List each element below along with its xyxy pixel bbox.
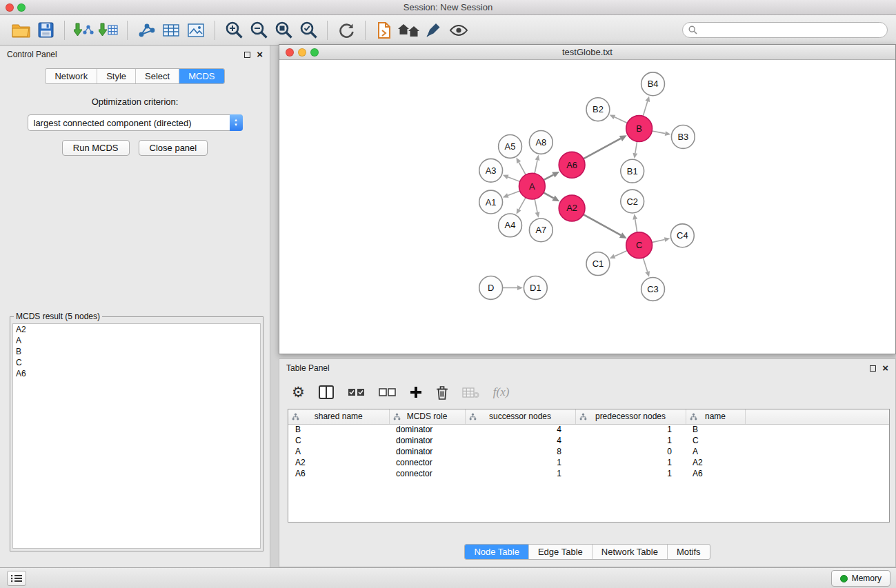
minimize-window-icon[interactable] <box>298 48 306 57</box>
list-item[interactable]: A2 <box>13 324 260 335</box>
tab-motifs[interactable]: Motifs <box>668 545 710 559</box>
select-all-button[interactable] <box>348 388 365 397</box>
column-header[interactable]: name <box>686 409 745 424</box>
graph-edge[interactable] <box>516 158 526 175</box>
graph-edge[interactable] <box>503 285 523 290</box>
graph-edge[interactable] <box>643 258 650 277</box>
graph-node-mcds[interactable]: C <box>626 232 653 258</box>
table-cell[interactable]: 4 <box>465 435 575 446</box>
list-item[interactable]: A <box>13 335 260 346</box>
graph-node[interactable]: B2 <box>586 98 610 121</box>
graph-node[interactable]: B1 <box>621 159 644 183</box>
memory-button[interactable]: Memory <box>831 570 890 587</box>
graph-node-mcds[interactable]: A2 <box>559 195 585 221</box>
graph-edge[interactable] <box>643 96 650 116</box>
graph-edge[interactable] <box>535 199 539 218</box>
table-cell[interactable]: 0 <box>575 446 686 457</box>
graph-node[interactable]: D <box>479 276 503 300</box>
table-cell[interactable]: 1 <box>575 435 686 446</box>
tab-mcds[interactable]: MCDS <box>179 69 223 83</box>
show-details-button[interactable] <box>446 18 471 43</box>
open-document-button[interactable] <box>372 18 397 43</box>
table-cell[interactable]: B <box>686 424 745 435</box>
graph-node[interactable]: A1 <box>479 190 503 214</box>
close-panel-icon[interactable]: × <box>257 50 263 59</box>
table-cell[interactable]: connector <box>389 457 465 468</box>
table-cell[interactable]: 1 <box>575 424 686 435</box>
table-cell[interactable]: B <box>288 424 389 435</box>
graph-edge[interactable] <box>503 191 520 198</box>
zoom-window-icon[interactable] <box>310 48 319 57</box>
float-panel-icon[interactable] <box>244 52 250 58</box>
save-session-button[interactable] <box>33 18 58 43</box>
new-table-button[interactable] <box>159 18 183 43</box>
graph-edge[interactable] <box>633 214 637 232</box>
list-item[interactable]: B <box>13 346 260 357</box>
zoom-selected-button[interactable] <box>296 18 321 43</box>
table-cell[interactable]: C <box>288 435 389 446</box>
close-window-icon[interactable] <box>286 48 294 57</box>
graph-edge[interactable] <box>610 114 628 123</box>
list-item[interactable]: C <box>13 357 260 368</box>
graph-node[interactable]: B3 <box>671 125 695 149</box>
refresh-button[interactable] <box>334 18 359 43</box>
graph-node[interactable]: B4 <box>641 72 665 96</box>
graph-node[interactable]: A4 <box>499 214 522 237</box>
table-row[interactable]: A6connector11A6 <box>288 468 889 479</box>
tab-network-table[interactable]: Network Table <box>593 545 668 559</box>
new-network-button[interactable] <box>134 18 159 43</box>
table-cell[interactable]: A <box>686 446 745 457</box>
graph-node[interactable]: A8 <box>529 131 552 154</box>
table-row[interactable]: Bdominator41B <box>288 424 889 435</box>
column-header[interactable]: predecessor nodes <box>575 409 686 424</box>
search-input[interactable] <box>701 26 882 35</box>
combo-stepper-icon[interactable] <box>230 114 243 131</box>
graph-edge[interactable] <box>517 198 526 214</box>
table-cell[interactable]: 4 <box>465 424 575 435</box>
zoom-window-icon[interactable] <box>17 3 26 12</box>
graph-node-mcds[interactable]: B <box>626 116 653 142</box>
float-panel-icon[interactable] <box>870 365 876 372</box>
graph-edge[interactable] <box>544 172 559 180</box>
function-builder-button[interactable]: f(x) <box>493 385 510 399</box>
table-cell[interactable]: dominator <box>389 424 465 435</box>
network-graph[interactable]: B4B2BB3A5A8A6B1A3AA1C2A2A4A7C4CC1C3DD1 <box>279 61 895 354</box>
graph-node[interactable]: C1 <box>586 252 610 276</box>
table-cell[interactable]: 1 <box>465 468 575 479</box>
apply-style-button[interactable] <box>421 18 446 43</box>
table-cell[interactable]: A6 <box>686 468 745 479</box>
zoom-out-button[interactable] <box>246 18 271 43</box>
network-window-titlebar[interactable]: testGlobe.txt <box>279 45 895 60</box>
deselect-all-button[interactable] <box>379 388 396 397</box>
import-network-button[interactable] <box>71 18 96 43</box>
tab-node-table[interactable]: Node Table <box>465 545 529 559</box>
column-header[interactable]: MCDS role <box>389 409 465 424</box>
column-visibility-button[interactable] <box>319 385 334 399</box>
zoom-in-button[interactable] <box>221 18 246 43</box>
graph-node-mcds[interactable]: A <box>519 173 545 199</box>
run-mcds-button[interactable]: Run MCDS <box>62 140 130 156</box>
table-cell[interactable]: dominator <box>389 435 465 446</box>
table-row[interactable]: Adominator80A <box>288 446 889 457</box>
table-cell[interactable]: A2 <box>686 457 745 468</box>
table-row[interactable]: A2connector11A2 <box>288 457 889 468</box>
delete-column-button[interactable] <box>436 385 448 400</box>
table-cell[interactable]: dominator <box>389 446 465 457</box>
graph-edge[interactable] <box>584 135 627 159</box>
graph-edge[interactable] <box>610 251 628 259</box>
import-table-button[interactable] <box>96 18 121 43</box>
graph-edge[interactable] <box>503 174 520 181</box>
tab-edge-table[interactable]: Edge Table <box>529 545 593 559</box>
table-cell[interactable]: 1 <box>465 457 575 468</box>
graph-node[interactable]: A7 <box>529 219 552 242</box>
close-panel-icon[interactable]: × <box>882 364 888 372</box>
search-box[interactable] <box>682 22 888 38</box>
graph-node[interactable]: C4 <box>670 224 694 247</box>
tab-network[interactable]: Network <box>46 69 97 83</box>
close-window-icon[interactable] <box>6 3 14 12</box>
show-panels-button[interactable] <box>7 571 26 586</box>
table-cell[interactable]: A2 <box>288 457 389 468</box>
graph-edge[interactable] <box>652 237 670 243</box>
criterion-select[interactable]: largest connected component (directed) <box>28 114 243 131</box>
graph-node[interactable]: A3 <box>479 159 503 182</box>
